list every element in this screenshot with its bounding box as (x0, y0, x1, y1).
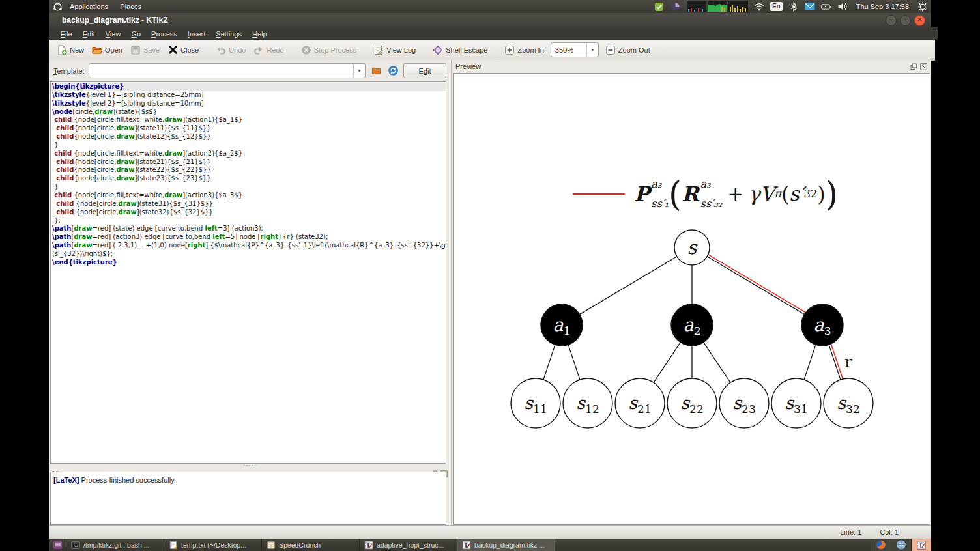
taskbar-item-tmp-ktikz-git-bash[interactable]: /tmp/ktikz.git : bash ... (66, 539, 164, 551)
code-line[interactable]: \path[draw=red] (state) edge [curve to,b… (51, 225, 446, 233)
desktop: Applications Places En Thu Sep 3 17:58 b… (49, 0, 931, 551)
zoom-out-button[interactable]: Zoom Out (601, 43, 654, 57)
code-editor[interactable]: \begin{tikzpicture}\tikzstyle{level 1}=[… (50, 81, 446, 464)
taskbar-item-label: /tmp/ktikz.git : bash ... (83, 541, 150, 549)
code-line[interactable]: } (51, 141, 446, 150)
code-line[interactable]: child {node[circle,draw](state32){$s_{32… (51, 208, 446, 217)
show-desktop-button[interactable] (49, 539, 66, 551)
ktikz-icon (462, 541, 471, 550)
toolbar-button-label: Undo (229, 46, 246, 54)
menu-go[interactable]: Go (126, 30, 146, 38)
code-line[interactable]: child{node[circle,draw](state23){$s_{23}… (51, 175, 446, 183)
svg-text:r: r (844, 352, 852, 371)
stop-process-button[interactable]: Stop Process (297, 43, 360, 57)
taskbar-item-label: temp.txt (~/Desktop... (181, 541, 246, 549)
code-line[interactable]: \tikzstyle{level 2}=[sibling distance=10… (51, 100, 446, 108)
volume-icon[interactable] (837, 1, 848, 12)
code-line[interactable]: child{node[circle,draw](state21){$s_{21}… (51, 158, 446, 167)
zoom-level-value: 350% (551, 46, 586, 54)
closex-icon (167, 45, 178, 55)
code-line[interactable]: }; (51, 217, 446, 225)
code-line[interactable]: child {node[circle,fill,text=white,draw]… (51, 116, 446, 124)
redo-button[interactable]: Redo (250, 43, 287, 57)
template-reload-button[interactable] (386, 64, 399, 78)
applications-menu[interactable]: Applications (65, 3, 113, 10)
preview-float-button[interactable] (910, 63, 917, 70)
code-line[interactable]: \node[circle,draw](state){$s$} (51, 108, 446, 117)
code-line[interactable]: } (51, 183, 446, 191)
taskbar-item-temp-txt-desktop[interactable]: temp.txt (~/Desktop... (164, 539, 262, 551)
mail-icon[interactable] (805, 1, 815, 12)
battery-icon[interactable] (821, 1, 831, 12)
taskbar-item-adaptive-hopf-struc[interactable]: adaptive_hopf_struc... (360, 539, 457, 551)
distributor-logo-icon[interactable] (52, 1, 63, 12)
code-line[interactable]: child{node[circle,draw](state11){$s_{11}… (51, 124, 446, 133)
menu-edit[interactable]: Edit (78, 30, 100, 38)
code-line[interactable]: child{node[circle,draw](state12){$s_{12}… (51, 133, 446, 141)
menu-process[interactable]: Process (146, 30, 182, 38)
zoom-dropdown-arrow-icon[interactable]: ▾ (586, 43, 598, 57)
workspace-1[interactable] (871, 539, 891, 551)
code-line[interactable]: child {node[circle,draw](state31){$s_{31… (51, 200, 446, 208)
places-menu[interactable]: Places (115, 3, 146, 10)
template-edit-button[interactable]: Edit (403, 63, 446, 78)
code-line[interactable]: child {node[circle,fill,text=white,draw]… (51, 150, 446, 158)
template-open-file-button[interactable] (369, 64, 382, 78)
close-button[interactable]: ✕ (914, 15, 925, 26)
session-menu-icon[interactable] (917, 1, 928, 12)
textedit-icon (169, 541, 178, 550)
taskbar-item-speedcrunch[interactable]: SpeedCrunch (262, 539, 360, 551)
minimize-button[interactable]: − (886, 15, 897, 26)
toolbar-button-label: Shell Escape (446, 46, 487, 54)
menu-help[interactable]: Help (247, 30, 272, 38)
main-toolbar: NewOpenSaveCloseUndoRedoStop ProcessView… (49, 40, 935, 61)
menu-view[interactable]: View (100, 30, 126, 38)
code-line[interactable]: child{node[circle,draw](state22){$s_{22}… (51, 166, 446, 175)
clock[interactable]: Thu Sep 3 17:58 (854, 3, 912, 10)
workspace-2[interactable] (891, 539, 911, 551)
menubar: FileEditViewGoProcessInsertSettingsHelp (49, 27, 938, 40)
save-button[interactable]: Save (126, 43, 164, 57)
code-line[interactable]: \begin{tikzpicture} (51, 83, 446, 91)
screen: Applications Places En Thu Sep 3 17:58 b… (0, 0, 980, 551)
code-line[interactable]: (s'_{32})\right)$}; (51, 250, 446, 259)
preview-dock-header: Preview (452, 60, 931, 73)
preview-close-button[interactable] (920, 63, 927, 70)
system-monitor-applet[interactable] (687, 1, 748, 12)
menu-file[interactable]: File (55, 30, 78, 38)
zoom-in-button[interactable]: Zoom In (500, 43, 547, 57)
taskbar-item-backup-diagram-tikz[interactable]: backup_diagram.tikz ... (457, 539, 555, 551)
code-line[interactable]: child {node[circle,fill,text=white,draw]… (51, 191, 446, 200)
menu-settings[interactable]: Settings (210, 30, 247, 38)
code-line[interactable]: \path[draw=red] (action3) edge [curve to… (51, 233, 446, 242)
template-label: Template: (53, 67, 85, 75)
zoom-level-combobox[interactable]: 350%▾ (551, 42, 599, 57)
stop-icon (301, 45, 311, 55)
undo-button[interactable]: Undo (212, 43, 250, 57)
workspace-3[interactable] (911, 539, 931, 551)
close-button[interactable]: Close (164, 43, 203, 57)
keyboard-layout-indicator[interactable]: En (770, 2, 783, 11)
template-dropdown-arrow-icon[interactable]: ▾ (353, 64, 365, 78)
window-titlebar[interactable]: backup_diagram.tikz - KTikZ −▫✕ (49, 13, 931, 28)
view-log-button[interactable]: View Log (369, 43, 420, 57)
messages-log: [LaTeX] Process finished successfully. (50, 472, 446, 525)
status-col-indicator: Col: 1 (880, 528, 899, 536)
disk-usage-icon[interactable] (670, 1, 681, 12)
load-graph-icon (728, 1, 748, 12)
toolbar-button-label: Close (180, 46, 199, 54)
toolbar-button-label: Save (143, 46, 160, 54)
code-line[interactable]: \end{tikzpicture} (51, 259, 446, 267)
updates-ok-icon[interactable] (654, 1, 665, 12)
maximize-button[interactable]: ▫ (900, 15, 911, 26)
code-line[interactable]: \path[draw=red] (-2.3,1) -- +(1,0) node[… (51, 242, 446, 250)
menu-insert[interactable]: Insert (182, 30, 211, 38)
code-line[interactable]: \tikzstyle{level 1}=[sibling distance=25… (51, 91, 446, 100)
formula-leader-line (573, 193, 625, 195)
wifi-icon[interactable] (754, 1, 764, 12)
template-combobox[interactable]: ▾ (89, 63, 366, 78)
open-button[interactable]: Open (88, 43, 126, 57)
new-button[interactable]: New (53, 43, 88, 57)
bluetooth-icon[interactable] (788, 1, 799, 12)
shell-escape-button[interactable]: Shell Escape (429, 43, 491, 57)
